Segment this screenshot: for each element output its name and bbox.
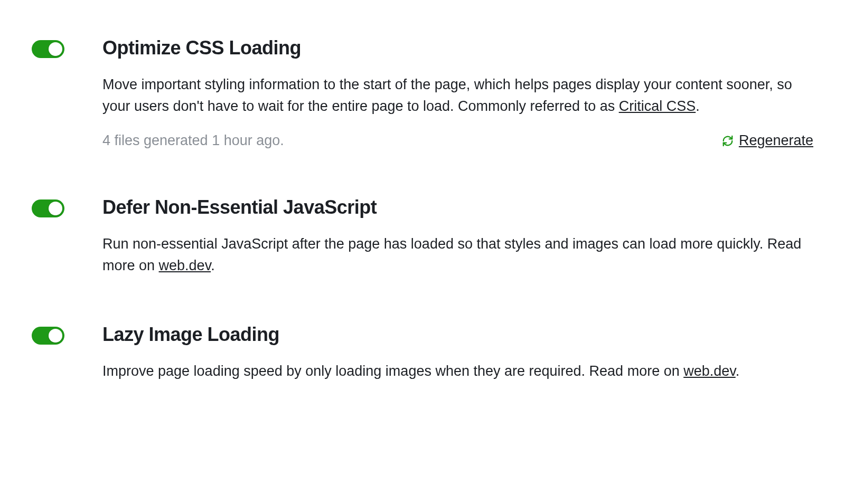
toggle-col: [32, 37, 64, 149]
setting-content: Defer Non-Essential JavaScript Run non-e…: [102, 196, 813, 276]
setting-title: Defer Non-Essential JavaScript: [102, 196, 813, 218]
setting-content: Lazy Image Loading Improve page loading …: [102, 324, 813, 382]
setting-defer-js: Defer Non-Essential JavaScript Run non-e…: [32, 196, 813, 276]
toggle-knob: [49, 42, 62, 56]
setting-content: Optimize CSS Loading Move important styl…: [102, 37, 813, 149]
regenerate-button[interactable]: Regenerate: [722, 132, 813, 149]
toggle-col: [32, 324, 64, 382]
setting-optimize-css: Optimize CSS Loading Move important styl…: [32, 37, 813, 149]
regenerate-label: Regenerate: [739, 132, 813, 149]
status-text: 4 files generated 1 hour ago.: [102, 132, 284, 149]
desc-prefix: Improve page loading speed by only loadi…: [102, 363, 683, 379]
toggle-defer-js[interactable]: [32, 199, 64, 217]
setting-title: Lazy Image Loading: [102, 324, 813, 346]
setting-title: Optimize CSS Loading: [102, 37, 813, 59]
toggle-col: [32, 196, 64, 276]
desc-suffix: .: [696, 98, 700, 114]
toggle-lazy-images[interactable]: [32, 327, 64, 345]
toggle-optimize-css[interactable]: [32, 40, 64, 58]
desc-suffix: .: [736, 363, 740, 379]
toggle-knob: [49, 329, 62, 343]
status-row: 4 files generated 1 hour ago. Regenerate: [102, 132, 813, 149]
setting-description: Run non-essential JavaScript after the p…: [102, 233, 813, 276]
toggle-knob: [49, 202, 62, 215]
link-web-dev[interactable]: web.dev: [683, 363, 736, 379]
desc-suffix: .: [211, 258, 215, 273]
link-critical-css[interactable]: Critical CSS: [619, 98, 696, 114]
setting-description: Improve page loading speed by only loadi…: [102, 360, 813, 382]
setting-description: Move important styling information to th…: [102, 74, 813, 117]
link-web-dev[interactable]: web.dev: [159, 258, 211, 273]
setting-lazy-images: Lazy Image Loading Improve page loading …: [32, 324, 813, 382]
refresh-icon: [722, 135, 734, 147]
